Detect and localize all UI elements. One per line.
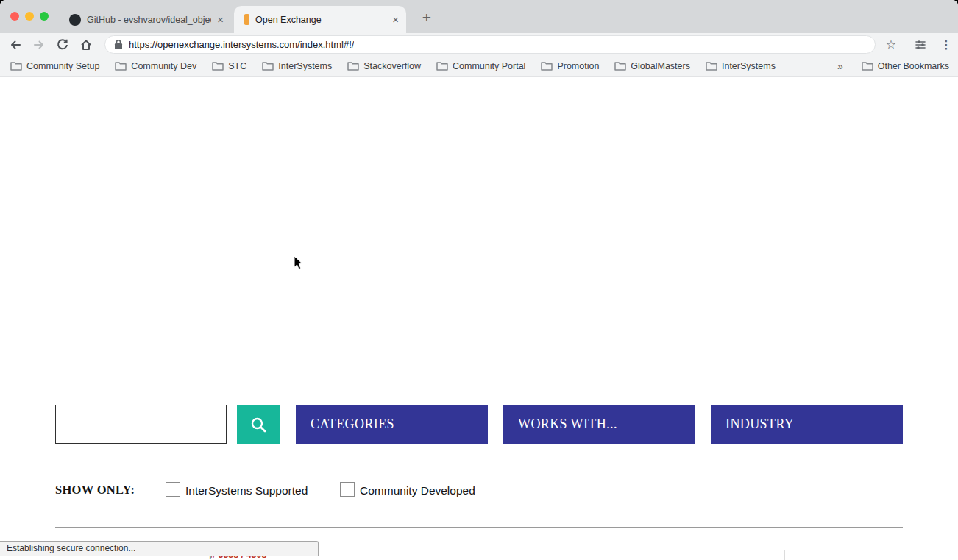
- search-input[interactable]: [55, 405, 227, 444]
- folder-icon: [10, 61, 22, 71]
- card-column-divider: [622, 550, 622, 560]
- tab-open-exchange[interactable]: Open Exchange ×: [234, 6, 406, 33]
- bookmark-label: Stackoverflow: [363, 61, 421, 71]
- folder-icon: [614, 61, 626, 71]
- bookmarks-overflow-chevron[interactable]: »: [834, 60, 846, 72]
- intersystems-supported-label[interactable]: InterSystems Supported: [185, 484, 308, 497]
- bookmark-folder-intersystems-2[interactable]: InterSystems: [706, 61, 776, 71]
- folder-icon: [115, 61, 127, 71]
- forward-button[interactable]: [28, 33, 50, 56]
- zoom-window-button[interactable]: [40, 12, 49, 21]
- browser-toolbar: https://openexchange.intersystems.com/in…: [0, 33, 958, 56]
- folder-icon: [436, 61, 448, 71]
- tab-title: Open Exchange: [255, 15, 386, 25]
- bookmark-folder-promotion[interactable]: Promotion: [541, 61, 599, 71]
- bookmark-label: Community Portal: [453, 61, 525, 71]
- search-icon: [249, 416, 267, 433]
- community-developed-label[interactable]: Community Developed: [360, 484, 475, 497]
- back-button[interactable]: [4, 33, 26, 56]
- bookmark-folder-globalmasters[interactable]: GlobalMasters: [614, 61, 690, 71]
- extension-icon[interactable]: [911, 33, 930, 56]
- bookmarks-bar: Community Setup Community Dev STC InterS…: [0, 56, 958, 77]
- bookmarks-bar-right: » Other Bookmarks: [834, 60, 958, 72]
- bookmark-star-icon[interactable]: ☆: [881, 33, 901, 56]
- url-text[interactable]: https://openexchange.intersystems.com/in…: [129, 39, 354, 50]
- folder-icon: [706, 61, 717, 71]
- section-divider: [55, 527, 903, 528]
- minimize-window-button[interactable]: [25, 12, 34, 21]
- other-bookmarks-label: Other Bookmarks: [878, 61, 949, 71]
- intersystems-supported-checkbox[interactable]: [166, 482, 180, 497]
- folder-icon: [212, 61, 224, 71]
- folder-icon: [347, 61, 359, 71]
- bookmark-label: Promotion: [557, 61, 599, 71]
- bookmark-label: InterSystems: [722, 61, 776, 71]
- categories-dropdown-button[interactable]: CATEGORIES: [296, 405, 488, 444]
- close-window-button[interactable]: [10, 12, 19, 21]
- mouse-cursor: [294, 255, 304, 274]
- bookmark-folder-stc[interactable]: STC: [212, 61, 246, 71]
- bookmark-label: Community Setup: [26, 61, 99, 71]
- bookmark-folder-community-dev[interactable]: Community Dev: [115, 61, 196, 71]
- bookmarks-separator: [854, 60, 854, 72]
- folder-icon: [862, 61, 873, 71]
- bookmark-label: GlobalMasters: [631, 61, 690, 71]
- bookmark-folder-intersystems[interactable]: InterSystems: [262, 61, 332, 71]
- bookmark-label: InterSystems: [278, 61, 332, 71]
- status-bubble: Establishing secure connection...: [0, 541, 319, 556]
- lock-icon: [114, 39, 123, 50]
- reload-button[interactable]: [52, 33, 74, 56]
- show-only-label: SHOW ONLY:: [55, 483, 135, 497]
- home-button[interactable]: [75, 33, 97, 56]
- works-with-dropdown-button[interactable]: WORKS WITH...: [503, 405, 695, 444]
- address-bar[interactable]: https://openexchange.intersystems.com/in…: [104, 35, 876, 54]
- tab-strip: GitHub - evshvarov/ideal_objec × Open Ex…: [0, 0, 958, 33]
- page-content: CATEGORIES WORKS WITH... INDUSTRY SHOW O…: [0, 77, 958, 560]
- tab-title: GitHub - evshvarov/ideal_objec: [87, 15, 211, 25]
- community-developed-checkbox[interactable]: [340, 482, 355, 497]
- folder-icon: [262, 61, 274, 71]
- browser-menu-icon[interactable]: ⋮: [937, 33, 955, 56]
- card-column-divider: [784, 550, 785, 560]
- close-tab-icon[interactable]: ×: [392, 14, 399, 25]
- bookmark-folder-community-setup[interactable]: Community Setup: [10, 61, 99, 71]
- openexchange-favicon-icon: [244, 14, 249, 25]
- folder-icon: [541, 61, 553, 71]
- close-tab-icon[interactable]: ×: [217, 14, 224, 25]
- new-tab-button[interactable]: +: [416, 8, 437, 29]
- bookmark-folder-community-portal[interactable]: Community Portal: [436, 61, 525, 71]
- search-button[interactable]: [237, 405, 280, 444]
- window-controls: [10, 12, 49, 21]
- github-favicon-icon: [69, 14, 81, 26]
- browser-window: GitHub - evshvarov/ideal_objec × Open Ex…: [0, 0, 958, 560]
- tab-github[interactable]: GitHub - evshvarov/ideal_objec ×: [62, 6, 231, 33]
- bookmark-folder-stackoverflow[interactable]: Stackoverflow: [347, 61, 421, 71]
- bookmark-label: Community Dev: [131, 61, 196, 71]
- other-bookmarks-folder[interactable]: Other Bookmarks: [862, 61, 949, 71]
- industry-dropdown-button[interactable]: INDUSTRY: [711, 405, 903, 444]
- bookmark-label: STC: [228, 61, 246, 71]
